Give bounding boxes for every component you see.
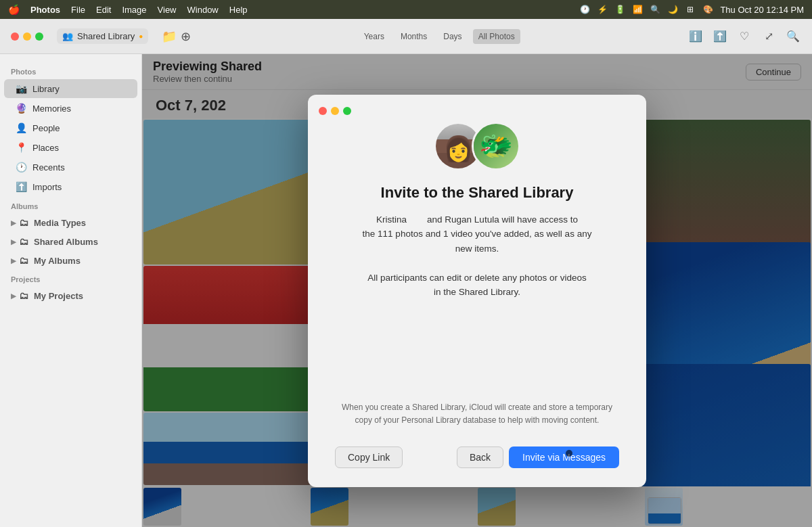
dialog-maximize-button[interactable]	[343, 107, 351, 115]
sidebar-label-my-albums: My Albums	[34, 256, 81, 266]
sidebar-label-library: Library	[32, 84, 60, 94]
sidebar-item-imports[interactable]: ⬆️ Imports	[4, 177, 137, 196]
chevron-media-types-icon: ▶	[11, 219, 16, 227]
dialog-title: Invite to the Shared Library	[381, 184, 574, 202]
main-content: Photos 📷 Library 🔮 Memories 👤 People 📍 P…	[0, 54, 812, 527]
modal-overlay: 👩 🐲 Invite to the Shared Library	[142, 54, 812, 527]
dialog-body-line3: new items.	[363, 242, 592, 256]
clock-display: Thu Oct 20 12:14 PM	[720, 5, 804, 15]
sidebar-my-albums[interactable]: ▶ 🗂 My Albums	[0, 251, 141, 270]
toolbar-actions: ℹ️ ⬆️ ♡ ⤢ 🔍	[687, 28, 801, 45]
search-menu-icon[interactable]: 🔍	[650, 4, 660, 15]
nav-months-button[interactable]: Months	[395, 29, 432, 44]
library-icon: 📷	[15, 83, 27, 95]
nav-days-button[interactable]: Days	[438, 29, 467, 44]
chevron-my-projects-icon: ▶	[11, 292, 16, 300]
photos-area: Previewing Shared Review then continu Co…	[142, 54, 812, 527]
sidebar-media-types[interactable]: ▶ 🗂 Media Types	[0, 213, 141, 232]
sidebar-item-people[interactable]: 👤 People	[4, 118, 137, 137]
toolbar: 👥 Shared Library ● 📁 ⊕ Years Months Days…	[0, 19, 812, 54]
sidebar-icon-folder-shared: 🗂	[19, 236, 28, 247]
sidebar-my-projects[interactable]: ▶ 🗂 My Projects	[0, 286, 141, 305]
sidebar-item-library[interactable]: 📷 Library	[4, 79, 137, 98]
menu-bar: 🍎 Photos File Edit Image View Window Hel…	[0, 0, 812, 19]
shared-library-icon: 👥	[62, 31, 73, 41]
bluetooth-icon: ⚡	[597, 4, 608, 15]
shared-library-button[interactable]: 👥 Shared Library ●	[57, 28, 148, 44]
avatar-dragon: 🐲	[472, 122, 520, 170]
dialog-close-button[interactable]	[319, 107, 327, 115]
app-window: 👥 Shared Library ● 📁 ⊕ Years Months Days…	[0, 19, 812, 527]
menu-edit[interactable]: Edit	[96, 5, 111, 15]
sidebar-item-memories[interactable]: 🔮 Memories	[4, 99, 137, 118]
menu-file[interactable]: File	[71, 5, 85, 15]
sidebar-section-photos: Photos	[0, 62, 141, 78]
time-machine-icon: 🕐	[579, 4, 590, 15]
nav-years-button[interactable]: Years	[359, 29, 390, 44]
chevron-my-albums-icon: ▶	[11, 257, 16, 265]
sidebar-item-recents[interactable]: 🕐 Recents	[4, 158, 137, 177]
dialog-body: Kristina and Rugan Lutula will have acce…	[363, 212, 592, 300]
window-traffic-lights	[11, 32, 43, 41]
places-icon: 📍	[15, 141, 27, 154]
shared-library-badge: ●	[139, 32, 143, 40]
nav-all-photos-button[interactable]: All Photos	[473, 29, 520, 44]
invite-via-messages-button[interactable]: Invite via Messages	[509, 446, 619, 468]
sidebar-label-recents: Recents	[32, 162, 65, 173]
share-icon[interactable]: ⬆️	[712, 28, 728, 45]
window-minimize-button[interactable]	[23, 32, 31, 41]
menu-view[interactable]: View	[158, 5, 177, 15]
dragon-avatar-icon: 🐲	[479, 130, 513, 162]
menu-window[interactable]: Window	[187, 5, 219, 15]
app-name-menu[interactable]: Photos	[30, 5, 60, 15]
menu-bar-left: 🍎 Photos File Edit Image View Window Hel…	[8, 4, 248, 15]
sidebar-label-my-projects: My Projects	[34, 291, 83, 301]
info-icon[interactable]: ℹ️	[687, 28, 704, 45]
copy-link-button[interactable]: Copy Link	[335, 446, 403, 468]
window-close-button[interactable]	[11, 32, 19, 41]
people-icon: 👤	[15, 122, 27, 134]
control-center-icon[interactable]: ⊞	[685, 4, 696, 15]
menu-help[interactable]: Help	[229, 5, 248, 15]
night-mode-icon: 🌙	[667, 4, 678, 15]
menu-bar-right: 🕐 ⚡ 🔋 📶 🔍 🌙 ⊞ 🎨 Thu Oct 20 12:14 PM	[579, 4, 804, 15]
window-maximize-button[interactable]	[35, 32, 43, 41]
apple-logo-icon: 🍎	[8, 4, 20, 15]
sidebar-label-people: People	[32, 123, 60, 133]
memories-icon: 🔮	[15, 102, 27, 114]
dialog-note: When you create a Shared Library, iCloud…	[335, 401, 619, 427]
dialog-body-line5: in the Shared Library.	[363, 285, 592, 300]
sidebar-section-projects: Projects	[0, 270, 141, 286]
menu-image[interactable]: Image	[122, 5, 146, 15]
sidebar-label-imports: Imports	[32, 182, 62, 192]
heart-icon[interactable]: ♡	[736, 28, 752, 45]
fullscreen-icon[interactable]: ⤢	[761, 28, 777, 45]
sidebar-section-albums: Albums	[0, 197, 141, 213]
wifi-icon: 📶	[632, 4, 643, 15]
sidebar: Photos 📷 Library 🔮 Memories 👤 People 📍 P…	[0, 54, 142, 527]
sidebar-icon-folder-projects: 🗂	[19, 290, 28, 301]
toolbar-add-icon[interactable]: 📁	[162, 29, 177, 44]
invite-dialog: 👩 🐲 Invite to the Shared Library	[308, 95, 646, 487]
dialog-traffic-lights	[319, 107, 351, 115]
search-icon[interactable]: 🔍	[785, 28, 801, 45]
dialog-body-line1: Kristina and Rugan Lutula will have acce…	[363, 212, 592, 227]
back-button[interactable]: Back	[457, 446, 503, 468]
sidebar-item-places[interactable]: 📍 Places	[4, 138, 137, 157]
dialog-button-row: Copy Link Back Invite via Messages	[335, 446, 619, 468]
chevron-shared-albums-icon: ▶	[11, 238, 16, 246]
battery-icon: 🔋	[614, 4, 625, 15]
dialog-buttons-right: Back Invite via Messages	[457, 446, 619, 468]
imports-icon: ⬆️	[15, 181, 27, 193]
siri-icon: 🎨	[702, 4, 713, 15]
sidebar-icon-folder-media: 🗂	[19, 217, 28, 228]
recents-icon: 🕐	[15, 161, 27, 173]
person-avatar-icon: 👩	[443, 135, 474, 163]
toolbar-slider-icon[interactable]: ⊕	[181, 29, 191, 44]
sidebar-shared-albums[interactable]: ▶ 🗂 Shared Albums	[0, 232, 141, 251]
sidebar-icon-folder-myalbums: 🗂	[19, 255, 28, 266]
dialog-body-line2: the 111 photos and 1 video you've added,…	[363, 227, 592, 242]
dialog-body-line4: All participants can edit or delete any …	[363, 271, 592, 285]
dialog-minimize-button[interactable]	[331, 107, 339, 115]
sidebar-label-memories: Memories	[32, 104, 71, 114]
